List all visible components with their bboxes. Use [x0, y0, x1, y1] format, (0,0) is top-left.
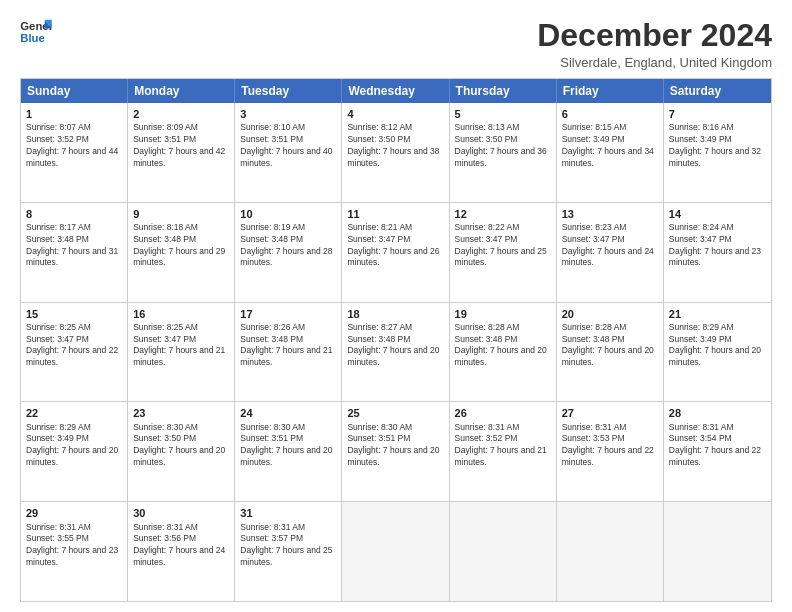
calendar-cell: 15 Sunrise: 8:25 AMSunset: 3:47 PMDaylig…: [21, 303, 128, 402]
day-number: 28: [669, 406, 766, 420]
calendar-cell: [557, 502, 664, 601]
header-sunday: Sunday: [21, 79, 128, 103]
cell-info: Sunrise: 8:16 AMSunset: 3:49 PMDaylight:…: [669, 122, 761, 167]
cell-info: Sunrise: 8:29 AMSunset: 3:49 PMDaylight:…: [26, 422, 118, 467]
day-number: 6: [562, 107, 658, 121]
day-number: 30: [133, 506, 229, 520]
cell-info: Sunrise: 8:25 AMSunset: 3:47 PMDaylight:…: [133, 322, 225, 367]
logo-icon: General Blue: [20, 18, 52, 46]
calendar-row-2: 8 Sunrise: 8:17 AMSunset: 3:48 PMDayligh…: [21, 203, 771, 303]
cell-info: Sunrise: 8:23 AMSunset: 3:47 PMDaylight:…: [562, 222, 654, 267]
day-number: 22: [26, 406, 122, 420]
calendar-row-3: 15 Sunrise: 8:25 AMSunset: 3:47 PMDaylig…: [21, 303, 771, 403]
day-number: 18: [347, 307, 443, 321]
day-number: 27: [562, 406, 658, 420]
calendar-cell: 21 Sunrise: 8:29 AMSunset: 3:49 PMDaylig…: [664, 303, 771, 402]
calendar-cell: 2 Sunrise: 8:09 AMSunset: 3:51 PMDayligh…: [128, 103, 235, 202]
day-number: 4: [347, 107, 443, 121]
day-number: 25: [347, 406, 443, 420]
cell-info: Sunrise: 8:21 AMSunset: 3:47 PMDaylight:…: [347, 222, 439, 267]
day-number: 13: [562, 207, 658, 221]
day-number: 3: [240, 107, 336, 121]
calendar-header: Sunday Monday Tuesday Wednesday Thursday…: [21, 79, 771, 103]
day-number: 23: [133, 406, 229, 420]
day-number: 29: [26, 506, 122, 520]
cell-info: Sunrise: 8:27 AMSunset: 3:48 PMDaylight:…: [347, 322, 439, 367]
calendar-cell: [342, 502, 449, 601]
header-friday: Friday: [557, 79, 664, 103]
day-number: 7: [669, 107, 766, 121]
calendar-cell: 20 Sunrise: 8:28 AMSunset: 3:48 PMDaylig…: [557, 303, 664, 402]
title-block: December 2024 Silverdale, England, Unite…: [537, 18, 772, 70]
cell-info: Sunrise: 8:31 AMSunset: 3:54 PMDaylight:…: [669, 422, 761, 467]
cell-info: Sunrise: 8:31 AMSunset: 3:55 PMDaylight:…: [26, 522, 118, 567]
cell-info: Sunrise: 8:15 AMSunset: 3:49 PMDaylight:…: [562, 122, 654, 167]
calendar-row-4: 22 Sunrise: 8:29 AMSunset: 3:49 PMDaylig…: [21, 402, 771, 502]
calendar-cell: 5 Sunrise: 8:13 AMSunset: 3:50 PMDayligh…: [450, 103, 557, 202]
cell-info: Sunrise: 8:31 AMSunset: 3:52 PMDaylight:…: [455, 422, 547, 467]
cell-info: Sunrise: 8:19 AMSunset: 3:48 PMDaylight:…: [240, 222, 332, 267]
calendar-cell: 7 Sunrise: 8:16 AMSunset: 3:49 PMDayligh…: [664, 103, 771, 202]
header-wednesday: Wednesday: [342, 79, 449, 103]
cell-info: Sunrise: 8:30 AMSunset: 3:50 PMDaylight:…: [133, 422, 225, 467]
day-number: 14: [669, 207, 766, 221]
day-number: 19: [455, 307, 551, 321]
calendar-cell: 27 Sunrise: 8:31 AMSunset: 3:53 PMDaylig…: [557, 402, 664, 501]
header-tuesday: Tuesday: [235, 79, 342, 103]
header: General Blue December 2024 Silverdale, E…: [20, 18, 772, 70]
calendar-cell: 28 Sunrise: 8:31 AMSunset: 3:54 PMDaylig…: [664, 402, 771, 501]
calendar-cell: 9 Sunrise: 8:18 AMSunset: 3:48 PMDayligh…: [128, 203, 235, 302]
calendar-body: 1 Sunrise: 8:07 AMSunset: 3:52 PMDayligh…: [21, 103, 771, 601]
calendar-row-1: 1 Sunrise: 8:07 AMSunset: 3:52 PMDayligh…: [21, 103, 771, 203]
calendar-cell: 22 Sunrise: 8:29 AMSunset: 3:49 PMDaylig…: [21, 402, 128, 501]
calendar-cell: 12 Sunrise: 8:22 AMSunset: 3:47 PMDaylig…: [450, 203, 557, 302]
calendar-cell: 16 Sunrise: 8:25 AMSunset: 3:47 PMDaylig…: [128, 303, 235, 402]
cell-info: Sunrise: 8:13 AMSunset: 3:50 PMDaylight:…: [455, 122, 547, 167]
day-number: 10: [240, 207, 336, 221]
calendar-cell: 14 Sunrise: 8:24 AMSunset: 3:47 PMDaylig…: [664, 203, 771, 302]
cell-info: Sunrise: 8:31 AMSunset: 3:56 PMDaylight:…: [133, 522, 225, 567]
calendar-cell: [450, 502, 557, 601]
cell-info: Sunrise: 8:24 AMSunset: 3:47 PMDaylight:…: [669, 222, 761, 267]
calendar-cell: [664, 502, 771, 601]
cell-info: Sunrise: 8:30 AMSunset: 3:51 PMDaylight:…: [347, 422, 439, 467]
cell-info: Sunrise: 8:17 AMSunset: 3:48 PMDaylight:…: [26, 222, 118, 267]
cell-info: Sunrise: 8:31 AMSunset: 3:57 PMDaylight:…: [240, 522, 332, 567]
header-saturday: Saturday: [664, 79, 771, 103]
calendar-cell: 29 Sunrise: 8:31 AMSunset: 3:55 PMDaylig…: [21, 502, 128, 601]
cell-info: Sunrise: 8:26 AMSunset: 3:48 PMDaylight:…: [240, 322, 332, 367]
calendar-cell: 13 Sunrise: 8:23 AMSunset: 3:47 PMDaylig…: [557, 203, 664, 302]
day-number: 20: [562, 307, 658, 321]
day-number: 26: [455, 406, 551, 420]
cell-info: Sunrise: 8:31 AMSunset: 3:53 PMDaylight:…: [562, 422, 654, 467]
cell-info: Sunrise: 8:28 AMSunset: 3:48 PMDaylight:…: [455, 322, 547, 367]
day-number: 31: [240, 506, 336, 520]
day-number: 17: [240, 307, 336, 321]
svg-text:Blue: Blue: [20, 32, 45, 44]
calendar-cell: 19 Sunrise: 8:28 AMSunset: 3:48 PMDaylig…: [450, 303, 557, 402]
calendar-cell: 30 Sunrise: 8:31 AMSunset: 3:56 PMDaylig…: [128, 502, 235, 601]
cell-info: Sunrise: 8:09 AMSunset: 3:51 PMDaylight:…: [133, 122, 225, 167]
header-thursday: Thursday: [450, 79, 557, 103]
day-number: 21: [669, 307, 766, 321]
header-monday: Monday: [128, 79, 235, 103]
calendar-cell: 26 Sunrise: 8:31 AMSunset: 3:52 PMDaylig…: [450, 402, 557, 501]
calendar-cell: 6 Sunrise: 8:15 AMSunset: 3:49 PMDayligh…: [557, 103, 664, 202]
day-number: 16: [133, 307, 229, 321]
calendar-cell: 10 Sunrise: 8:19 AMSunset: 3:48 PMDaylig…: [235, 203, 342, 302]
calendar-cell: 11 Sunrise: 8:21 AMSunset: 3:47 PMDaylig…: [342, 203, 449, 302]
cell-info: Sunrise: 8:28 AMSunset: 3:48 PMDaylight:…: [562, 322, 654, 367]
cell-info: Sunrise: 8:22 AMSunset: 3:47 PMDaylight:…: [455, 222, 547, 267]
day-number: 24: [240, 406, 336, 420]
calendar-cell: 4 Sunrise: 8:12 AMSunset: 3:50 PMDayligh…: [342, 103, 449, 202]
day-number: 1: [26, 107, 122, 121]
cell-info: Sunrise: 8:30 AMSunset: 3:51 PMDaylight:…: [240, 422, 332, 467]
calendar-cell: 8 Sunrise: 8:17 AMSunset: 3:48 PMDayligh…: [21, 203, 128, 302]
calendar-row-5: 29 Sunrise: 8:31 AMSunset: 3:55 PMDaylig…: [21, 502, 771, 601]
day-number: 8: [26, 207, 122, 221]
cell-info: Sunrise: 8:18 AMSunset: 3:48 PMDaylight:…: [133, 222, 225, 267]
calendar-cell: 1 Sunrise: 8:07 AMSunset: 3:52 PMDayligh…: [21, 103, 128, 202]
calendar-cell: 31 Sunrise: 8:31 AMSunset: 3:57 PMDaylig…: [235, 502, 342, 601]
cell-info: Sunrise: 8:10 AMSunset: 3:51 PMDaylight:…: [240, 122, 332, 167]
calendar-cell: 23 Sunrise: 8:30 AMSunset: 3:50 PMDaylig…: [128, 402, 235, 501]
